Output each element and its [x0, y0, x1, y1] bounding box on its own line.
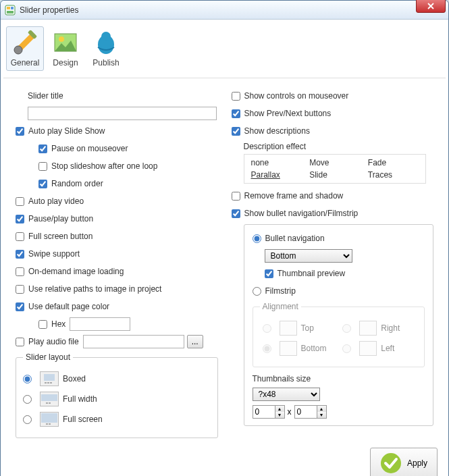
remove-frame-checkbox[interactable]: [232, 192, 240, 201]
align-right-icon: [359, 321, 377, 336]
filmstrip-radio[interactable]: [253, 287, 261, 296]
show-controls-checkbox[interactable]: [232, 92, 240, 101]
svg-rect-14: [41, 394, 57, 401]
full-screen-btn-checkbox[interactable]: [16, 232, 24, 241]
tab-publish[interactable]: Publish: [87, 26, 125, 71]
show-desc-checkbox[interactable]: [232, 127, 240, 136]
hex-input[interactable]: [70, 317, 130, 331]
effect-none[interactable]: none: [250, 157, 303, 168]
svg-rect-15: [46, 402, 48, 404]
random-order-label: Random order: [51, 179, 103, 188]
toolbar: General Design Publish: [3, 22, 446, 78]
svg-point-4: [14, 46, 22, 54]
auto-play-video-label: Auto play video: [28, 196, 84, 206]
svg-rect-13: [50, 382, 52, 384]
align-bottom-radio[interactable]: [263, 344, 271, 353]
align-left-radio[interactable]: [342, 344, 351, 353]
effect-fade[interactable]: Fade: [367, 157, 420, 168]
browse-audio-button[interactable]: ...: [187, 335, 203, 348]
align-right-radio[interactable]: [342, 324, 351, 333]
layout-fieldset: Slider layout Boxed Full width Full scre…: [16, 352, 218, 438]
bullet-nav-label: Bullet navigation: [265, 234, 325, 243]
fullscreen-label: Full screen: [63, 415, 103, 424]
audio-checkbox[interactable]: [16, 338, 24, 346]
layout-fullwidth-radio[interactable]: [23, 395, 32, 404]
titlebar[interactable]: Slider properties: [1, 1, 448, 20]
svg-rect-11: [45, 382, 47, 384]
svg-rect-10: [44, 374, 55, 381]
effect-move[interactable]: Move: [308, 157, 361, 168]
height-up[interactable]: ▲: [317, 406, 326, 412]
slider-title-input[interactable]: [28, 107, 217, 120]
svg-rect-17: [41, 413, 57, 423]
height-down[interactable]: ▼: [317, 412, 326, 418]
width-spinner[interactable]: ▲▼: [253, 405, 285, 419]
default-color-checkbox[interactable]: [16, 302, 24, 311]
tab-general[interactable]: General: [6, 26, 44, 71]
pause-play-btn-checkbox[interactable]: [16, 215, 24, 223]
svg-point-7: [59, 36, 64, 42]
audio-input[interactable]: [83, 335, 184, 348]
fullwidth-label: Full width: [63, 394, 97, 404]
svg-rect-12: [47, 382, 49, 384]
pause-play-btn-label: Pause/play button: [28, 214, 93, 223]
relative-paths-checkbox[interactable]: [16, 285, 24, 294]
height-spinner[interactable]: ▲▼: [294, 405, 327, 419]
left-column: Slider title Auto play Slide Show Pause …: [11, 89, 218, 438]
right-column: Show controls on mouseover Show Prev/Nex…: [232, 89, 438, 438]
random-order-checkbox[interactable]: [38, 180, 47, 188]
content-area: General Design Publish Slider title Auto: [1, 20, 448, 476]
auto-play-video-checkbox[interactable]: [16, 197, 24, 206]
swipe-label: Swipe support: [28, 249, 80, 259]
filmstrip-label: Filmstrip: [265, 286, 296, 296]
width-down[interactable]: ▼: [275, 412, 284, 418]
show-bullet-label: Show bullet navigation/Filmstrip: [244, 209, 359, 218]
tab-design[interactable]: Design: [47, 26, 84, 71]
align-top-radio[interactable]: [263, 324, 271, 333]
align-bottom-icon: [280, 341, 297, 356]
boxed-thumb-icon: [40, 371, 59, 386]
thumb-preview-label: Thumbnail preview: [278, 269, 346, 278]
layout-fullscreen-radio[interactable]: [23, 415, 32, 424]
pause-mouseover-checkbox[interactable]: [38, 144, 47, 153]
show-bullet-checkbox[interactable]: [232, 209, 240, 218]
stop-one-loop-checkbox[interactable]: [38, 162, 47, 171]
on-demand-label: On-demand image loading: [28, 267, 124, 276]
show-prevnext-checkbox[interactable]: [232, 109, 240, 118]
app-icon: [5, 5, 16, 16]
effect-traces[interactable]: Traces: [367, 169, 420, 180]
swipe-checkbox[interactable]: [16, 250, 24, 259]
auto-play-checkbox[interactable]: [16, 127, 24, 136]
effect-parallax[interactable]: Parallax: [250, 169, 303, 180]
publish-icon: [93, 30, 120, 57]
on-demand-checkbox[interactable]: [16, 267, 24, 276]
remove-frame-label: Remove frame and shadow: [244, 191, 344, 201]
apply-button[interactable]: Apply: [370, 448, 438, 476]
svg-rect-19: [49, 423, 51, 425]
show-controls-label: Show controls on mouseover: [244, 91, 349, 101]
thumb-size-heading: Thumbnails size: [253, 374, 311, 384]
check-icon: [380, 452, 402, 474]
boxed-label: Boxed: [63, 374, 86, 384]
full-screen-btn-label: Full screen button: [28, 232, 93, 241]
window-title: Slider properties: [20, 5, 444, 15]
fullscreen-thumb-icon: [40, 412, 59, 427]
tab-general-label: General: [11, 58, 40, 68]
bullet-nav-radio[interactable]: [253, 234, 261, 243]
align-left-label: Left: [381, 344, 394, 353]
align-bottom-label: Bottom: [301, 344, 327, 353]
thumb-preview-checkbox[interactable]: [265, 269, 273, 278]
hex-checkbox[interactable]: [38, 320, 47, 329]
size-x-label: x: [288, 407, 292, 417]
effect-slide[interactable]: Slide: [308, 169, 361, 180]
width-input[interactable]: [253, 406, 275, 418]
align-top-icon: [280, 321, 297, 336]
show-desc-label: Show descriptions: [244, 126, 310, 136]
width-up[interactable]: ▲: [275, 406, 284, 412]
thumb-size-select[interactable]: ?x48: [253, 388, 320, 401]
fullwidth-thumb-icon: [40, 392, 59, 406]
bullet-pos-select[interactable]: Bottom: [265, 249, 352, 263]
layout-boxed-radio[interactable]: [23, 375, 32, 384]
height-input[interactable]: [295, 406, 317, 418]
close-button[interactable]: [416, 0, 446, 13]
